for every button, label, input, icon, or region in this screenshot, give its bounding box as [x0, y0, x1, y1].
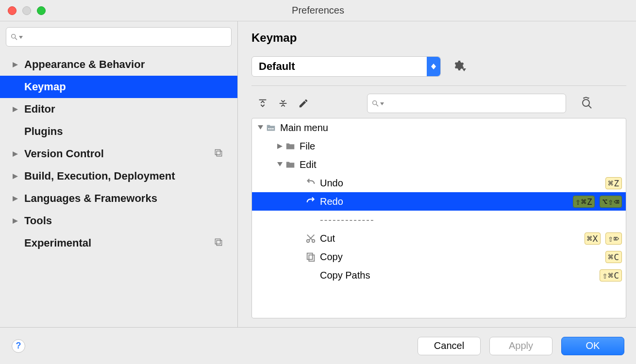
- sidebar-item-version-control[interactable]: Version Control: [0, 143, 237, 165]
- selected-scheme-label: Default: [259, 60, 295, 73]
- sidebar-item-experimental[interactable]: Experimental: [0, 232, 237, 254]
- edit-shortcut-button[interactable]: [298, 98, 309, 109]
- expand-arrow-icon: [11, 174, 19, 179]
- find-by-shortcut-button[interactable]: [581, 96, 593, 111]
- scheme-actions-button[interactable]: [452, 60, 464, 73]
- sidebar-item-label: Tools: [24, 215, 52, 227]
- sidebar-item-label: Plugins: [24, 125, 63, 138]
- sidebar-item-tools[interactable]: Tools: [0, 210, 237, 232]
- shortcut-badge: ⇧⌘C: [600, 269, 622, 281]
- shortcut-badge: ⇧⌘Z: [573, 196, 595, 208]
- keymap-scheme-select[interactable]: Default: [251, 56, 441, 77]
- project-settings-icon: [214, 237, 223, 249]
- minimize-window-button: [22, 6, 31, 15]
- svg-marker-5: [13, 151, 18, 157]
- svg-marker-23: [258, 125, 263, 130]
- expand-arrow-icon: [11, 107, 19, 112]
- sidebar-item-label: Appearance & Behavior: [24, 58, 145, 71]
- sidebar-item-languages[interactable]: Languages & Frameworks: [0, 187, 237, 210]
- svg-point-18: [373, 101, 377, 105]
- svg-rect-33: [307, 253, 313, 260]
- svg-marker-20: [380, 102, 384, 105]
- close-window-button[interactable]: [8, 6, 17, 15]
- collapse-arrow-icon: [274, 162, 285, 167]
- tree-action-label: Undo: [320, 178, 605, 189]
- folder-icon: [285, 141, 296, 151]
- tree-action-undo[interactable]: Undo ⌘Z: [252, 174, 626, 192]
- action-search-input[interactable]: [388, 99, 562, 108]
- tree-node-file[interactable]: File: [252, 137, 626, 155]
- search-options-chevron-icon: [380, 101, 384, 106]
- project-settings-icon: [214, 148, 223, 160]
- svg-line-1: [15, 38, 17, 40]
- tree-action-copy[interactable]: Copy ⌘C: [252, 248, 626, 266]
- help-button[interactable]: ?: [12, 339, 25, 353]
- search-icon: [371, 99, 379, 107]
- collapse-arrow-icon: [255, 125, 266, 131]
- tree-node-main-menu[interactable]: Main menu: [252, 118, 626, 137]
- tree-action-copy-paths[interactable]: Copy Paths ⇧⌘C: [252, 266, 626, 284]
- settings-sidebar: Appearance & Behavior Keymap Editor Plug…: [0, 21, 238, 327]
- select-stepper-icon: [427, 57, 440, 76]
- settings-search-input[interactable]: [27, 33, 227, 41]
- undo-icon: [305, 178, 316, 188]
- svg-rect-26: [272, 128, 274, 130]
- svg-rect-7: [217, 151, 222, 156]
- tree-action-redo[interactable]: Redo ⇧⌘Z ⌥⇧⌫: [252, 192, 626, 211]
- search-icon: [10, 33, 18, 41]
- svg-marker-15: [462, 68, 466, 71]
- shortcut-badge: ⌘Z: [605, 177, 622, 189]
- zoom-window-button[interactable]: [37, 6, 46, 15]
- tree-node-label: Edit: [300, 159, 622, 170]
- redo-icon: [305, 196, 316, 207]
- expand-arrow-icon: [11, 62, 19, 67]
- action-search[interactable]: [367, 94, 566, 113]
- tree-action-label: Cut: [320, 233, 585, 244]
- sidebar-item-label: Build, Execution, Deployment: [24, 170, 175, 182]
- svg-marker-2: [19, 36, 23, 39]
- copy-icon: [305, 251, 316, 262]
- menu-folder-icon: [266, 122, 276, 133]
- dialog-footer: ? Cancel Apply OK: [0, 327, 636, 364]
- sidebar-item-label: Experimental: [24, 237, 91, 249]
- expand-arrow-icon: [11, 196, 19, 201]
- expand-all-button[interactable]: [257, 98, 268, 109]
- ok-button[interactable]: OK: [561, 337, 624, 355]
- tree-node-edit[interactable]: Edit: [252, 155, 626, 174]
- folder-icon: [285, 159, 296, 170]
- svg-rect-34: [309, 255, 314, 261]
- keymap-tree: Main menu File Edit Undo: [251, 118, 626, 318]
- tree-node-label: Main menu: [280, 122, 622, 133]
- sidebar-item-keymap[interactable]: Keymap: [0, 76, 237, 98]
- sidebar-item-label: Keymap: [24, 81, 66, 93]
- svg-rect-6: [215, 149, 220, 155]
- sidebar-item-build[interactable]: Build, Execution, Deployment: [0, 165, 237, 187]
- svg-marker-27: [277, 144, 283, 149]
- sidebar-item-label: Languages & Frameworks: [24, 192, 157, 205]
- sidebar-item-plugins[interactable]: Plugins: [0, 120, 237, 143]
- search-options-chevron-icon: [19, 34, 23, 40]
- sidebar-item-appearance[interactable]: Appearance & Behavior: [0, 53, 237, 76]
- svg-rect-24: [268, 128, 270, 130]
- tree-separator: -------------: [252, 211, 626, 229]
- shortcut-badge: ⌥⇧⌫: [600, 196, 622, 208]
- svg-marker-3: [13, 62, 18, 67]
- shortcut-badge: ⌘X: [585, 232, 601, 245]
- svg-marker-28: [277, 162, 283, 166]
- tree-action-cut[interactable]: Cut ⌘X ⇧⌦: [252, 229, 626, 248]
- cut-icon: [305, 233, 316, 244]
- apply-button: Apply: [489, 337, 552, 355]
- collapse-all-button[interactable]: [278, 98, 288, 109]
- shortcut-badge: ⇧⌦: [605, 232, 622, 245]
- svg-rect-12: [217, 240, 222, 246]
- tree-node-label: File: [300, 141, 622, 152]
- expand-arrow-icon: [274, 144, 285, 149]
- cancel-button[interactable]: Cancel: [418, 337, 481, 355]
- svg-point-0: [12, 34, 16, 38]
- tree-action-label: Copy: [320, 251, 605, 263]
- sidebar-item-editor[interactable]: Editor: [0, 98, 237, 120]
- sidebar-item-label: Editor: [24, 103, 55, 116]
- expand-arrow-icon: [11, 151, 19, 157]
- settings-search[interactable]: [6, 27, 232, 47]
- tree-action-label: Redo: [320, 196, 573, 207]
